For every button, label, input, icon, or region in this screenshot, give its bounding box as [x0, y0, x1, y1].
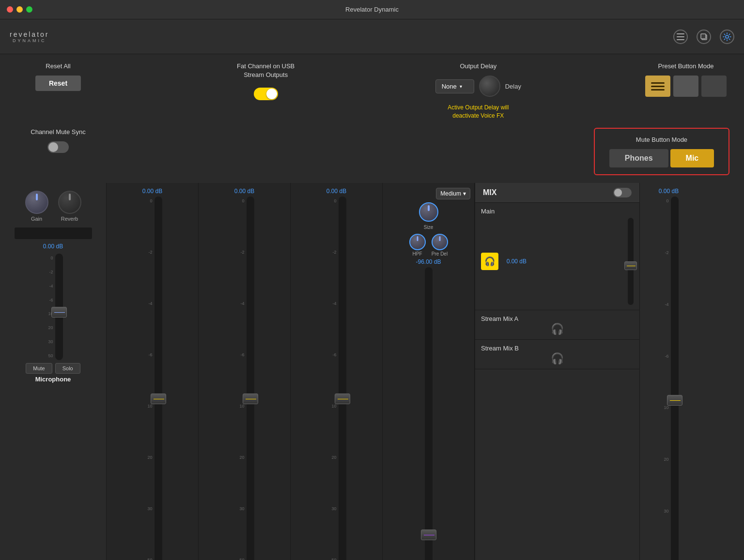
reset-button[interactable]: Reset: [35, 76, 81, 91]
settings-icon[interactable]: [720, 30, 734, 44]
mute-phones-button[interactable]: Phones: [609, 149, 668, 167]
mix-toggle[interactable]: [613, 188, 632, 197]
main-fader-scale: 0-2-4-610203050: [659, 197, 669, 560]
playback-fader-track[interactable]: [155, 197, 162, 560]
virtual-a-fader-thumb[interactable]: [243, 394, 258, 404]
copy-icon[interactable]: [697, 30, 711, 44]
delay-knob[interactable]: [479, 76, 500, 97]
mixer-content: Gain Reverb 0.00 dB 0-2-4-610203050: [0, 183, 744, 560]
logo: revelator DYNAMIC: [10, 30, 49, 43]
stream-mix-b-label: Stream Mix B: [481, 345, 519, 352]
fat-channel-toggle[interactable]: [254, 88, 278, 100]
reverb-pre-del-knob[interactable]: [432, 234, 448, 250]
playback-fader-thumb[interactable]: [151, 394, 166, 404]
preset-button-2[interactable]: [673, 76, 698, 97]
virtual-b-db: 0.00 dB: [326, 188, 346, 195]
svg-rect-2: [677, 39, 684, 40]
mixer-section: Gain Reverb 0.00 dB 0-2-4-610203050: [0, 183, 744, 560]
mute-mic-button[interactable]: Mic: [670, 149, 714, 167]
mic-fader-track[interactable]: [55, 254, 63, 360]
virtual-a-scale: 0-2-4-610203050: [235, 197, 245, 560]
reverb-size-select[interactable]: Medium ▾: [436, 188, 470, 199]
stream-mix-b-icon: 🎧: [481, 352, 634, 365]
reverb-fader-thumb[interactable]: [421, 530, 436, 540]
svg-rect-0: [677, 33, 684, 34]
delay-label: Delay: [505, 83, 521, 90]
reverb-hpf-knob[interactable]: [409, 234, 426, 250]
channel-mute-toggle[interactable]: [47, 141, 69, 153]
knobs-row: Gain Reverb: [25, 191, 81, 222]
maximize-button[interactable]: [26, 6, 32, 13]
stream-mix-b-row: Stream Mix B 🎧: [475, 340, 639, 369]
mic-buttons: Mute Solo: [26, 363, 80, 374]
minimize-button[interactable]: [16, 6, 23, 13]
headphones-icon[interactable]: 🎧: [481, 253, 498, 270]
reverb-size-knob[interactable]: [419, 202, 438, 222]
channel-strip-playback: 0.00 dB 0-2-4-610203050 Mute Solo Playba…: [107, 183, 199, 560]
stream-mix-a-row: Stream Mix A 🎧: [475, 310, 639, 340]
reverb-db: -96.00 dB: [416, 258, 441, 265]
main-fader-track[interactable]: [628, 218, 634, 305]
reverb-knob[interactable]: [58, 191, 81, 214]
mute-button-mode-label: Mute Button Mode: [636, 136, 687, 144]
channel-mute-label: Channel Mute Sync: [31, 128, 85, 136]
gain-label: Gain: [31, 216, 42, 222]
output-delay-label: Output Delay: [460, 62, 496, 71]
mic-solo-button[interactable]: Solo: [55, 363, 80, 374]
list-icon[interactable]: [673, 30, 688, 44]
reverb-size-chevron: ▾: [463, 190, 466, 197]
channel-area: 0.00 dB 0-2-4-610203050 Mute Solo Playba…: [107, 183, 744, 560]
logo-text-bottom: DYNAMIC: [13, 38, 46, 43]
main-fader-col: 0.00 dB 0-2-4-610203050 Mute Main: [639, 183, 698, 560]
mix-panel: MIX Main 🎧 0.00 dB: [475, 183, 639, 560]
reverb-size-label: Size: [424, 225, 433, 230]
mic-fader-thumb[interactable]: [51, 307, 67, 318]
header-bar: revelator DYNAMIC: [0, 19, 744, 54]
fat-channel-label: Fat Channel on USB Stream Outputs: [237, 62, 294, 79]
virtual-b-fader-thumb[interactable]: [335, 394, 350, 404]
virtual-b-scale: 0-2-4-610203050: [327, 197, 337, 560]
output-delay-warning: Active Output Delay will deactivate Voic…: [448, 104, 509, 120]
hpf-label: HPF: [413, 251, 422, 257]
mix-header: MIX: [475, 183, 639, 203]
mic-channel-name: Microphone: [35, 376, 71, 383]
logo-text-top: revelator: [10, 30, 49, 38]
settings-panel: Reset All Reset Fat Channel on USB Strea…: [0, 54, 744, 183]
mix-main-row: Main 🎧 0.00 dB: [475, 203, 639, 310]
stream-mix-a-icon: 🎧: [481, 323, 634, 335]
reset-all-label: Reset All: [46, 62, 70, 71]
preset-button-3[interactable]: [701, 76, 727, 97]
mic-db-value: 0.00 dB: [43, 243, 63, 250]
gain-knob[interactable]: [25, 191, 48, 214]
mix-main-label: Main: [481, 208, 634, 215]
pre-del-label: Pre Del: [432, 251, 448, 257]
chevron-down-icon: ▾: [460, 84, 462, 89]
main-right-fader-track[interactable]: [671, 197, 679, 560]
titlebar: Revelator Dynamic: [0, 0, 744, 19]
mix-main-db: 0.00 dB: [502, 258, 527, 265]
close-button[interactable]: [7, 6, 13, 13]
mic-mute-button[interactable]: Mute: [26, 363, 52, 374]
virtual-a-fader-track[interactable]: [247, 197, 254, 560]
channel-strip-reverb: Medium ▾ Size HPF Pre: [383, 183, 475, 560]
preset-mode-label: Preset Button Mode: [658, 62, 714, 71]
channel-strip-virtual-a: 0.00 dB 0-2-4-610203050 Mute Solo Virtua…: [199, 183, 291, 560]
playback-scale: 0-2-4-610203050: [143, 197, 153, 560]
delay-select[interactable]: None ▾: [435, 79, 474, 93]
virtual-a-db: 0.00 dB: [234, 188, 254, 195]
stream-mix-a-label: Stream Mix A: [481, 315, 518, 322]
reverb-size-value: Medium: [440, 190, 461, 197]
svg-rect-1: [677, 36, 684, 37]
main-right-fader-thumb[interactable]: [667, 395, 682, 406]
virtual-b-fader-track[interactable]: [339, 197, 346, 560]
channel-strip-virtual-b: 0.00 dB 0-2-4-610203050 Mute Solo Virtua…: [291, 183, 383, 560]
reverb-fader-track[interactable]: [425, 267, 433, 560]
mute-mode-buttons: Phones Mic: [609, 149, 714, 167]
mic-display: [15, 227, 92, 239]
window-controls[interactable]: [7, 6, 32, 13]
app-title: Revelator Dynamic: [345, 6, 399, 13]
preset-button-1[interactable]: [645, 76, 670, 97]
playback-db: 0.00 dB: [142, 188, 162, 195]
main-fader-thumb[interactable]: [624, 261, 637, 270]
mix-label: MIX: [483, 188, 496, 197]
